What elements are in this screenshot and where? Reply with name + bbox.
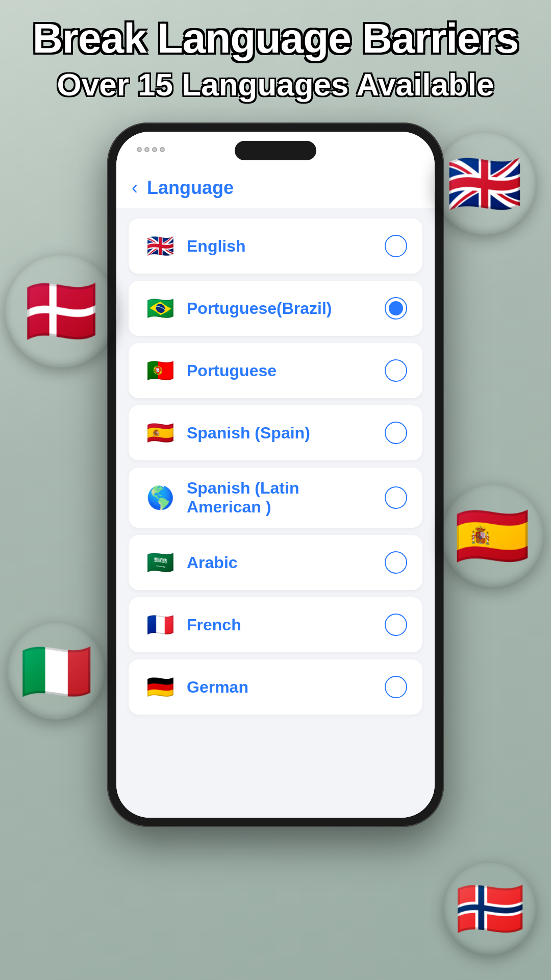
top-text-area: Break Language Barriers Over 15 Language… bbox=[0, 15, 551, 103]
dynamic-island bbox=[235, 141, 316, 160]
radio-english[interactable] bbox=[385, 235, 407, 257]
back-button[interactable]: ‹ Language bbox=[132, 177, 234, 199]
language-item-portuguese[interactable]: 🇵🇹Portuguese bbox=[129, 343, 422, 398]
phone-screen: 5:18 ‹ Language 🇬🇧English🇧🇷Portuguese(Br… bbox=[116, 132, 435, 818]
signal-dot-2 bbox=[144, 147, 149, 152]
radio-arabic[interactable] bbox=[385, 551, 407, 574]
headline: Break Language Barriers bbox=[0, 15, 551, 61]
radio-spanish-latin[interactable] bbox=[385, 486, 407, 509]
phone-wrapper: 5:18 ‹ Language 🇬🇧English🇧🇷Portuguese(Br… bbox=[107, 122, 444, 827]
flag-ball-italy: 🇮🇹 bbox=[8, 623, 105, 720]
flag-portuguese: 🇵🇹 bbox=[144, 354, 177, 387]
language-name-french: French bbox=[187, 616, 374, 634]
nav-title: Language bbox=[147, 177, 234, 199]
flag-ball-norway: 🇳🇴 bbox=[444, 863, 536, 954]
radio-french[interactable] bbox=[385, 614, 407, 636]
flag-portuguese-brazil: 🇧🇷 bbox=[144, 292, 177, 325]
language-item-spanish-spain[interactable]: 🇪🇸Spanish (Spain) bbox=[129, 405, 422, 460]
flag-german: 🇩🇪 bbox=[144, 671, 177, 703]
language-item-arabic[interactable]: 🇸🇦Arabic bbox=[129, 535, 422, 590]
flag-arabic: 🇸🇦 bbox=[144, 546, 177, 579]
language-list: 🇬🇧English🇧🇷Portuguese(Brazil)🇵🇹Portugues… bbox=[116, 208, 435, 818]
radio-german[interactable] bbox=[385, 676, 407, 698]
language-item-german[interactable]: 🇩🇪German bbox=[129, 659, 422, 715]
language-name-spanish-spain: Spanish (Spain) bbox=[187, 424, 374, 443]
flag-spanish-latin: 🌎 bbox=[144, 481, 177, 514]
flag-ball-denmark: 🇩🇰 bbox=[5, 255, 117, 368]
radio-inner-portuguese-brazil bbox=[389, 301, 403, 315]
language-item-french[interactable]: 🇫🇷French bbox=[129, 597, 422, 652]
language-name-portuguese: Portuguese bbox=[187, 361, 374, 380]
subheadline: Over 15 Languages Available bbox=[0, 66, 551, 103]
radio-spanish-spain[interactable] bbox=[385, 422, 407, 444]
signal-dots bbox=[137, 147, 165, 152]
phone-frame: 5:18 ‹ Language 🇬🇧English🇧🇷Portuguese(Br… bbox=[107, 122, 444, 827]
flag-french: 🇫🇷 bbox=[144, 608, 177, 641]
radio-portuguese-brazil[interactable] bbox=[385, 297, 407, 320]
language-name-portuguese-brazil: Portuguese(Brazil) bbox=[187, 299, 374, 318]
flag-ball-spain: 🇪🇸 bbox=[441, 485, 543, 587]
nav-bar: ‹ Language bbox=[116, 167, 435, 208]
flag-ball-uk: 🇬🇧 bbox=[434, 133, 536, 235]
language-name-german: German bbox=[187, 678, 374, 697]
signal-dot-4 bbox=[160, 147, 165, 152]
language-item-spanish-latin[interactable]: 🌎Spanish (Latin American ) bbox=[129, 468, 422, 528]
signal-dot-1 bbox=[137, 147, 142, 152]
back-chevron-icon: ‹ bbox=[132, 177, 138, 199]
radio-portuguese[interactable] bbox=[385, 359, 407, 382]
language-name-english: English bbox=[187, 237, 374, 256]
status-left bbox=[137, 147, 165, 152]
language-name-arabic: Arabic bbox=[187, 553, 374, 572]
flag-spanish-spain: 🇪🇸 bbox=[144, 416, 177, 449]
flag-english: 🇬🇧 bbox=[144, 230, 177, 262]
language-item-portuguese-brazil[interactable]: 🇧🇷Portuguese(Brazil) bbox=[129, 281, 422, 336]
language-name-spanish-latin: Spanish (Latin American ) bbox=[187, 479, 374, 517]
language-item-english[interactable]: 🇬🇧English bbox=[129, 218, 422, 274]
signal-dot-3 bbox=[152, 147, 157, 152]
